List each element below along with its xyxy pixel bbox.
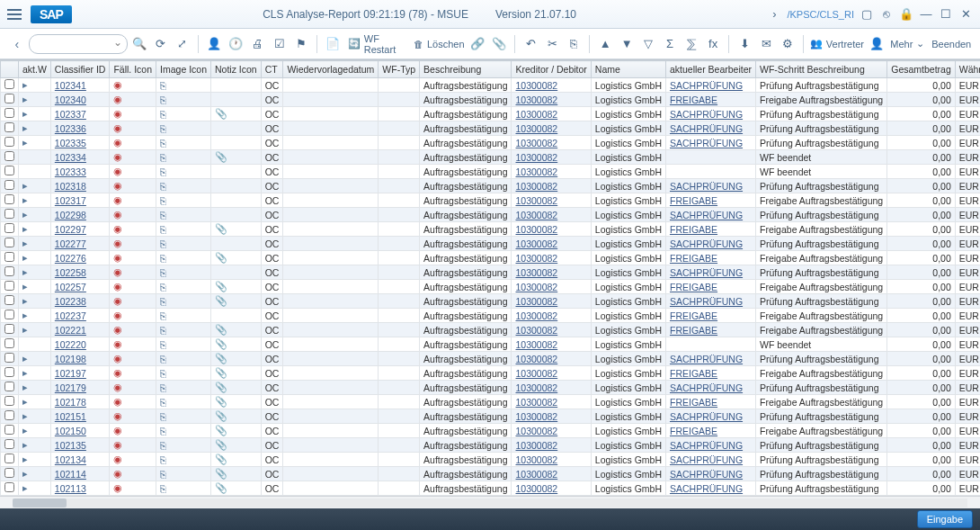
- clip-icon[interactable]: 📎: [215, 468, 227, 479]
- expand-icon[interactable]: ▸: [22, 194, 28, 205]
- clip-icon[interactable]: 📎: [215, 151, 227, 162]
- column-header[interactable]: Notiz Icon: [211, 61, 262, 78]
- kreditor-link[interactable]: 10300082: [515, 94, 557, 105]
- table-row[interactable]: ▸102134◉⎘📎OCAuftragsbestätigung10300082L…: [1, 453, 981, 467]
- user-icon[interactable]: 👤: [204, 34, 224, 54]
- row-checkbox[interactable]: [4, 94, 14, 103]
- classifier-id-link[interactable]: 102297: [55, 224, 86, 235]
- clip-icon[interactable]: 📎: [215, 367, 227, 378]
- image-icon[interactable]: ⎘: [160, 238, 166, 249]
- new-window-icon[interactable]: ▢: [860, 7, 874, 22]
- bearbeiter-link[interactable]: SACHPRÜFUNG: [670, 411, 743, 422]
- image-icon[interactable]: ⎘: [160, 210, 166, 220]
- image-icon[interactable]: ⎘: [160, 152, 166, 163]
- expand-icon[interactable]: ▸: [22, 238, 28, 248]
- expand-icon[interactable]: ▸: [22, 94, 28, 104]
- table-row[interactable]: ▸102178◉⎘📎OCAuftragsbestätigung10300082L…: [1, 395, 981, 409]
- expand-icon[interactable]: ▸: [22, 382, 28, 392]
- row-checkbox[interactable]: [4, 79, 14, 89]
- clip-icon[interactable]: 📎: [215, 410, 227, 421]
- classifier-id-link[interactable]: 102340: [55, 94, 86, 105]
- back-button[interactable]: ‹: [7, 33, 27, 55]
- expand-icon[interactable]: ▸: [22, 482, 28, 493]
- expand-icon[interactable]: ▸: [22, 281, 28, 292]
- table-row[interactable]: ▸102277◉⎘OCAuftragsbestätigung10300082Lo…: [1, 237, 981, 251]
- table-row[interactable]: 102333◉⎘OCAuftragsbestätigung10300082Log…: [1, 165, 981, 179]
- classifier-id-link[interactable]: 102257: [55, 282, 86, 292]
- column-header[interactable]: Fäll. Icon: [110, 61, 156, 78]
- image-icon[interactable]: ⎘: [160, 94, 166, 105]
- classifier-id-link[interactable]: 102135: [55, 440, 86, 451]
- table-row[interactable]: ▸102318◉⎘OCAuftragsbestätigung10300082Lo…: [1, 179, 981, 193]
- expand-icon[interactable]: ▸: [22, 223, 28, 234]
- image-icon[interactable]: ⎘: [160, 483, 166, 494]
- kreditor-link[interactable]: 10300082: [515, 80, 557, 91]
- image-icon[interactable]: ⎘: [160, 123, 166, 134]
- row-checkbox[interactable]: [4, 310, 14, 319]
- column-header[interactable]: Wiedervorlagedatum: [283, 61, 379, 78]
- classifier-id-link[interactable]: 102113: [55, 483, 86, 494]
- kreditor-link[interactable]: 10300082: [515, 426, 557, 436]
- kreditor-link[interactable]: 10300082: [515, 138, 557, 148]
- expand-icon[interactable]: ▸: [22, 180, 28, 191]
- clip-icon[interactable]: 📎: [215, 281, 227, 292]
- mail-icon[interactable]: ✉: [756, 34, 776, 54]
- subtotal-icon[interactable]: ⅀: [682, 34, 701, 54]
- kreditor-link[interactable]: 10300082: [515, 354, 557, 364]
- classifier-id-link[interactable]: 102341: [55, 80, 86, 91]
- column-header[interactable]: Gesamtbetrag: [887, 61, 956, 78]
- table-row[interactable]: ▸102135◉⎘📎OCAuftragsbestätigung10300082L…: [1, 438, 981, 453]
- row-checkbox[interactable]: [4, 454, 14, 463]
- image-icon[interactable]: ⎘: [160, 253, 166, 264]
- row-checkbox[interactable]: [4, 266, 14, 276]
- classifier-id-link[interactable]: 102237: [55, 310, 86, 321]
- classifier-id-link[interactable]: 102197: [55, 368, 86, 379]
- expand-icon[interactable]: ▸: [22, 468, 28, 479]
- image-icon[interactable]: ⎘: [160, 109, 166, 120]
- classifier-id-link[interactable]: 102258: [55, 267, 86, 278]
- settings-icon[interactable]: ⚙: [778, 34, 797, 54]
- classifier-id-link[interactable]: 102336: [55, 123, 86, 134]
- table-row[interactable]: ▸102237◉⎘OCAuftragsbestätigung10300082Lo…: [1, 309, 981, 323]
- bearbeiter-link[interactable]: SACHPRÜFUNG: [670, 238, 743, 249]
- print-icon[interactable]: 🖨: [248, 34, 268, 54]
- link-icon[interactable]: 🔗: [468, 34, 487, 54]
- clip-icon[interactable]: 📎: [215, 425, 227, 436]
- column-header[interactable]: [1, 61, 19, 78]
- table-row[interactable]: 102220◉⎘📎OCAuftragsbestätigung10300082Lo…: [1, 337, 981, 352]
- bearbeiter-link[interactable]: FREIGABE: [670, 224, 717, 235]
- table-row[interactable]: ▸102150◉⎘📎OCAuftragsbestätigung10300082L…: [1, 424, 981, 438]
- classifier-id-link[interactable]: 102276: [55, 253, 86, 264]
- classifier-id-link[interactable]: 102221: [55, 325, 86, 336]
- image-icon[interactable]: ⎘: [160, 354, 166, 364]
- expand-icon[interactable]: ▸: [22, 396, 28, 407]
- bearbeiter-link[interactable]: SACHPRÜFUNG: [670, 138, 743, 148]
- clip-icon[interactable]: 📎: [215, 353, 227, 364]
- row-checkbox[interactable]: [4, 223, 14, 233]
- classifier-id-link[interactable]: 102277: [55, 238, 86, 249]
- row-checkbox[interactable]: [4, 137, 14, 147]
- expand-icon[interactable]: ▸: [22, 137, 28, 148]
- bearbeiter-link[interactable]: SACHPRÜFUNG: [670, 440, 743, 451]
- kreditor-link[interactable]: 10300082: [515, 195, 557, 206]
- bearbeiter-link[interactable]: SACHPRÜFUNG: [670, 296, 743, 307]
- expand-icon[interactable]: ▸: [22, 367, 28, 378]
- sort-asc-icon[interactable]: ▲: [595, 34, 615, 54]
- kreditor-link[interactable]: 10300082: [515, 210, 557, 220]
- delete-button[interactable]: 🗑 Löschen: [413, 34, 466, 54]
- refresh-icon[interactable]: ⟳: [151, 34, 171, 54]
- copy-icon[interactable]: ⎘: [564, 34, 584, 54]
- chevron-right-icon[interactable]: ›: [767, 7, 781, 22]
- table-row[interactable]: ▸102151◉⎘📎OCAuftragsbestätigung10300082L…: [1, 409, 981, 424]
- row-checkbox[interactable]: [4, 410, 14, 420]
- table-row[interactable]: ▸102297◉⎘📎OCAuftragsbestätigung10300082L…: [1, 222, 981, 237]
- bearbeiter-link[interactable]: SACHPRÜFUNG: [670, 267, 743, 278]
- bearbeiter-link[interactable]: SACHPRÜFUNG: [670, 382, 743, 393]
- row-checkbox[interactable]: [4, 482, 14, 492]
- clip-icon[interactable]: 📎: [215, 338, 227, 349]
- image-icon[interactable]: ⎘: [160, 368, 166, 379]
- horizontal-scrollbar[interactable]: [0, 496, 980, 508]
- image-icon[interactable]: ⎘: [160, 397, 166, 408]
- image-icon[interactable]: ⎘: [160, 310, 166, 321]
- beenden-button[interactable]: Beenden: [930, 34, 973, 54]
